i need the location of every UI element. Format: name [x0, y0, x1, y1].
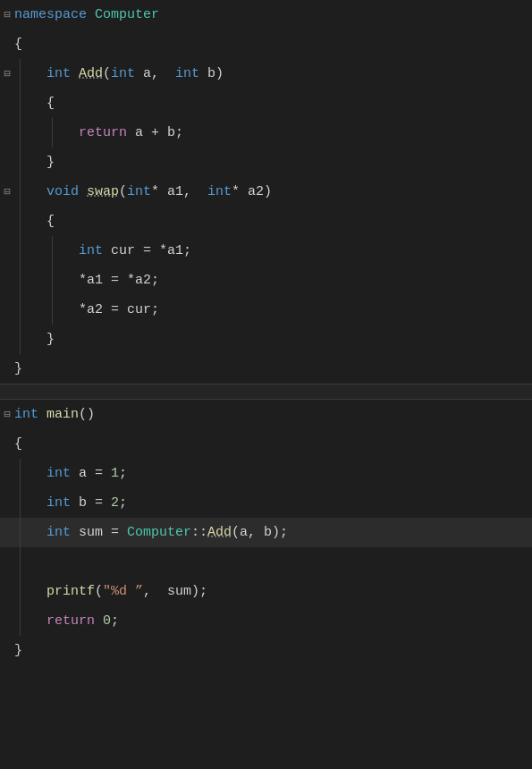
- code-line-14: ⊟int main(): [0, 400, 532, 429]
- code-tokens: int cur = *a1;: [79, 243, 191, 258]
- indent-guide-0: [14, 266, 46, 295]
- code-tokens: *a2 = cur;: [79, 302, 159, 317]
- token: namespace: [14, 7, 87, 22]
- indent-guide-1: [46, 118, 79, 148]
- code-tokens: {: [46, 96, 55, 111]
- indent-guide-0: [14, 518, 46, 547]
- code-tokens: {: [14, 37, 22, 52]
- code-line-16: int a = 1;: [0, 459, 532, 488]
- indent-guide-0: [14, 547, 46, 577]
- token: int: [46, 525, 71, 540]
- token: a + b;: [127, 125, 183, 140]
- token: return: [79, 125, 127, 140]
- token: Add: [79, 66, 103, 81]
- token: 2: [111, 495, 119, 511]
- code-tokens: return a + b;: [79, 125, 183, 140]
- code-line-11: *a2 = cur;: [0, 295, 532, 325]
- code-line-3: ⊟int Add(int a, int b): [0, 59, 532, 89]
- token: Computer: [95, 7, 159, 22]
- token: {: [14, 436, 22, 452]
- token: a =: [71, 466, 111, 481]
- indent-guide-1: [46, 236, 79, 266]
- token: int: [175, 66, 199, 81]
- token: {: [46, 214, 55, 229]
- token: [79, 184, 87, 199]
- code-tokens: printf("%d ”, sum);: [46, 584, 207, 599]
- code-tokens: }: [46, 332, 55, 347]
- token: a,: [135, 66, 175, 81]
- code-editor: ⊟namespace Computer{⊟int Add(int a, int …: [0, 0, 532, 769]
- token: [87, 7, 95, 22]
- code-line-12: }: [0, 325, 532, 354]
- indent-guide-1: [46, 295, 79, 325]
- code-line-15: {: [0, 429, 532, 459]
- token: * a2): [232, 184, 272, 199]
- token: int: [127, 184, 151, 199]
- code-tokens: int a = 1;: [46, 466, 127, 481]
- fold-indicator[interactable]: ⊟: [0, 8, 14, 21]
- token: swap: [87, 184, 119, 199]
- token: }: [46, 332, 55, 347]
- token: ::: [191, 525, 207, 540]
- token: return: [46, 613, 95, 629]
- token: int: [79, 243, 103, 258]
- indent-guide-0: [14, 325, 46, 354]
- indent-guide-0: [14, 59, 46, 89]
- indent-guide-0: [14, 488, 46, 518]
- code-line-6: }: [0, 148, 532, 177]
- token: [71, 66, 79, 81]
- token: int: [14, 407, 38, 422]
- code-tokens: int b = 2;: [46, 495, 127, 511]
- token: Computer: [127, 525, 191, 540]
- token: int: [111, 66, 135, 81]
- code-line-2: {: [0, 30, 532, 59]
- token: b =: [71, 495, 111, 511]
- code-line-13: }: [0, 354, 532, 384]
- fold-indicator[interactable]: ⊟: [0, 67, 14, 80]
- token: 1: [111, 466, 119, 481]
- code-line-22: }: [0, 636, 532, 665]
- token: ;: [119, 495, 127, 511]
- code-tokens: }: [14, 643, 22, 658]
- token: }: [14, 361, 22, 376]
- token: [95, 613, 103, 629]
- token: int: [46, 66, 71, 81]
- code-tokens: return 0;: [46, 613, 119, 629]
- fold-indicator[interactable]: ⊟: [0, 185, 14, 199]
- token: main: [46, 407, 79, 422]
- code-tokens: int Add(int a, int b): [46, 66, 224, 81]
- indent-guide-0: [14, 459, 46, 488]
- code-line-4: {: [0, 89, 532, 118]
- code-line-8: {: [0, 207, 532, 236]
- token: 0: [103, 613, 111, 629]
- code-tokens: namespace Computer: [14, 7, 159, 22]
- indent-guide-0: [14, 606, 46, 636]
- token: *a2 = cur;: [79, 302, 159, 317]
- token: ;: [111, 613, 119, 629]
- token: sum =: [71, 525, 127, 540]
- token: "%d ”: [103, 584, 143, 599]
- code-tokens: *a1 = *a2;: [79, 273, 159, 288]
- code-line-18: int sum = Computer::Add(a, b);: [0, 518, 532, 547]
- indent-guide-0: [14, 295, 46, 325]
- token: cur = *a1;: [103, 243, 191, 258]
- token: (: [103, 66, 111, 81]
- code-line-17: int b = 2;: [0, 488, 532, 518]
- token: int: [207, 184, 232, 199]
- fold-indicator[interactable]: ⊟: [0, 408, 14, 421]
- code-line-1: ⊟namespace Computer: [0, 0, 532, 30]
- code-tokens: int sum = Computer::Add(a, b);: [46, 525, 288, 540]
- token: }: [46, 155, 55, 170]
- token: (: [119, 184, 127, 199]
- code-tokens: int main(): [14, 407, 95, 422]
- indent-guide-0: [14, 577, 46, 606]
- code-tokens: {: [46, 214, 55, 229]
- indent-guide-0: [14, 207, 46, 236]
- code-line-10: *a1 = *a2;: [0, 266, 532, 295]
- section-divider: [0, 384, 532, 400]
- token: printf: [46, 584, 95, 599]
- token: (: [95, 584, 103, 599]
- code-line-20: printf("%d ”, sum);: [0, 577, 532, 606]
- code-content: ⊟namespace Computer{⊟int Add(int a, int …: [0, 0, 532, 665]
- token: * a1,: [151, 184, 207, 199]
